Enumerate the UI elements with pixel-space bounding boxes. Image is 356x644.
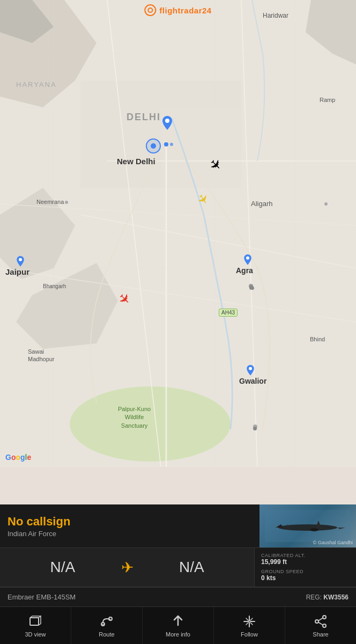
svg-point-31	[323, 616, 326, 619]
flight-info-left: No callsign Indian Air Force	[0, 504, 259, 547]
bottom-navigation: 3D view Route More info	[0, 606, 356, 644]
google-logo: Google	[5, 453, 31, 462]
nav-item-3d-view[interactable]: 3D view	[0, 607, 71, 644]
3d-view-icon	[28, 614, 43, 629]
flight-operator: Indian Air Force	[8, 530, 252, 538]
svg-point-24	[249, 367, 252, 370]
svg-point-32	[315, 620, 318, 623]
flight-callsign: No callsign	[8, 515, 252, 529]
flight-details-right: CALIBRATED ALT. 15,999 ft GROUND SPEED 0…	[254, 548, 356, 587]
aircraft-reg: REG: KW3556	[306, 594, 348, 601]
ground-speed-label: GROUND SPEED	[261, 569, 350, 574]
3d-view-label: 3D view	[25, 631, 46, 638]
svg-point-22	[19, 258, 22, 261]
aircraft-type: Embraer EMB-145SM	[8, 593, 76, 601]
follow-label: Follow	[241, 631, 258, 638]
nav-item-share[interactable]: Share	[285, 607, 356, 644]
flight-info-panel: No callsign Indian Air Force	[0, 504, 356, 644]
photo-credit: © Gaushal Gandhi	[313, 540, 353, 545]
svg-line-34	[318, 618, 323, 620]
follow-icon	[242, 614, 257, 629]
flight-from: N/A	[4, 559, 121, 576]
share-label: Share	[313, 631, 328, 638]
more-info-label: More info	[166, 631, 190, 638]
app-header: flightradar24	[144, 4, 211, 16]
location-indicator	[146, 138, 161, 153]
reg-label: REG:	[306, 594, 322, 601]
map-background	[0, 0, 356, 467]
pin-agra[interactable]	[243, 254, 253, 269]
agra-dot	[249, 286, 254, 290]
svg-point-27	[310, 528, 318, 531]
share-icon	[313, 614, 328, 629]
nav-item-follow[interactable]: Follow	[214, 607, 285, 644]
pin-gwalior[interactable]	[246, 365, 255, 380]
flight-direction-icon: ✈	[121, 559, 134, 576]
nav-item-route[interactable]: Route	[71, 607, 143, 644]
route-icon	[99, 614, 114, 629]
gwalior-dot	[253, 427, 257, 430]
aircraft-type-row: Embraer EMB-145SM REG: KW3556	[0, 587, 356, 606]
svg-line-35	[318, 622, 323, 625]
svg-point-11	[65, 201, 68, 204]
flight-photo[interactable]: © Gaushal Gandhi	[259, 504, 356, 547]
pin-jaipur[interactable]	[16, 256, 25, 271]
nav-item-more-info[interactable]: More info	[143, 607, 214, 644]
svg-point-33	[323, 624, 326, 627]
delhi-dots	[164, 142, 173, 147]
svg-point-3	[70, 386, 231, 462]
flight-to: N/A	[134, 559, 250, 576]
ground-speed-value: 0 kts	[261, 574, 350, 582]
map-area[interactable]: flightradar24 Haridwar DELHI New Delhi H…	[0, 0, 356, 467]
svg-rect-28	[30, 618, 39, 625]
flight-header-row: No callsign Indian Air Force	[0, 504, 356, 547]
reg-value: KW3556	[323, 594, 348, 601]
app-title: flightradar24	[159, 6, 211, 15]
svg-rect-2	[161, 107, 295, 268]
pin-delhi[interactable]	[161, 116, 174, 135]
arrow-container: ✈	[121, 559, 134, 576]
fr24-logo-icon	[144, 4, 156, 16]
cal-alt-label: CALIBRATED ALT.	[261, 553, 350, 558]
route-label: Route	[99, 631, 114, 638]
more-info-icon	[170, 614, 186, 629]
svg-point-14	[324, 202, 328, 206]
cal-alt-value: 15,999 ft	[261, 558, 350, 566]
svg-point-21	[165, 119, 169, 123]
road-label-ah43: AH43	[219, 309, 238, 317]
svg-point-23	[246, 257, 249, 260]
